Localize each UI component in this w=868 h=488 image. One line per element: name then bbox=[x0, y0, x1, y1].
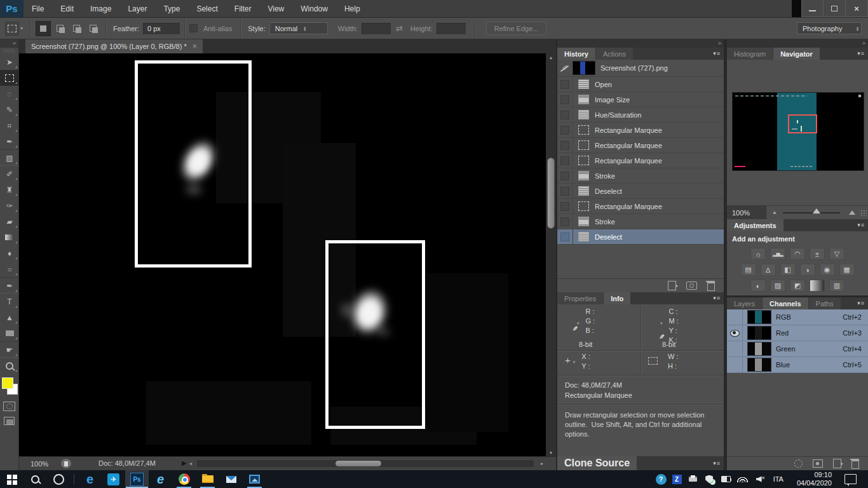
scroll-down-arrow[interactable]: ▼ bbox=[546, 449, 556, 456]
history-source-checkbox[interactable] bbox=[560, 156, 569, 165]
width-input[interactable] bbox=[362, 23, 391, 34]
save-selection-icon[interactable] bbox=[813, 459, 823, 468]
printer[interactable] bbox=[688, 474, 698, 485]
menubar-item[interactable]: Image bbox=[82, 0, 119, 17]
blur-tool[interactable]: ♦ bbox=[0, 245, 19, 261]
history-item[interactable]: Rectangular Marquee bbox=[557, 153, 724, 168]
scroll-up-arrow[interactable]: ▲ bbox=[546, 53, 556, 61]
posterize[interactable] bbox=[770, 280, 785, 292]
panel-menu-icon[interactable]: ▾≡ bbox=[857, 300, 865, 306]
history-source-checkbox[interactable] bbox=[560, 126, 569, 135]
history-item[interactable]: Rectangular Marquee bbox=[557, 138, 724, 153]
crop-tool[interactable]: ⌗ bbox=[0, 118, 19, 133]
language-indicator[interactable]: ITA bbox=[770, 475, 787, 483]
close-button[interactable]: × bbox=[846, 0, 868, 17]
battery[interactable] bbox=[721, 474, 731, 485]
type-tool[interactable]: T bbox=[0, 294, 19, 309]
zonealarm[interactable] bbox=[672, 475, 682, 484]
eyedropper-icon[interactable]: ✒ bbox=[639, 313, 668, 342]
photos[interactable] bbox=[243, 470, 266, 488]
menubar-item[interactable]: Select bbox=[188, 0, 226, 17]
move-tool[interactable]: ➤ bbox=[0, 54, 19, 70]
rectangular-marquee-tool[interactable] bbox=[0, 70, 19, 86]
history-source-checkbox[interactable] bbox=[560, 95, 569, 104]
vibrance[interactable] bbox=[829, 248, 844, 260]
toolbar-collapse-chevrons[interactable]: » bbox=[0, 39, 18, 48]
tab-layers[interactable]: Layers bbox=[727, 297, 762, 309]
menubar-item[interactable]: Layer bbox=[119, 0, 155, 17]
channel-row[interactable]: RGB Ctrl+2 bbox=[727, 309, 868, 325]
spot-healing-brush-tool[interactable]: ▧ bbox=[0, 149, 19, 166]
brush-tool[interactable]: ✐ bbox=[0, 166, 19, 182]
navigator-view-box[interactable] bbox=[788, 114, 817, 133]
channel-row[interactable]: Red Ctrl+3 bbox=[727, 325, 868, 341]
scroll-right-arrow[interactable]: ▸ bbox=[541, 461, 543, 466]
history-source-checkbox[interactable] bbox=[560, 172, 569, 180]
panel-menu-icon[interactable]: ▾≡ bbox=[857, 50, 865, 57]
invert[interactable] bbox=[750, 280, 766, 292]
history-item[interactable]: Hue/Saturation bbox=[557, 107, 724, 123]
start[interactable] bbox=[0, 470, 24, 488]
add-to-selection-button[interactable] bbox=[52, 21, 67, 36]
zoom-out-icon[interactable] bbox=[773, 211, 776, 214]
curves[interactable] bbox=[790, 248, 805, 260]
photo-filter[interactable] bbox=[800, 264, 815, 276]
swap-width-height-icon[interactable]: ⇄ bbox=[396, 24, 403, 33]
history-snapshot-row[interactable]: ✐ Screenshot (727).png bbox=[557, 60, 724, 77]
rectangle-tool[interactable] bbox=[0, 325, 19, 341]
exposure[interactable] bbox=[810, 248, 825, 260]
screen-mode-button[interactable] bbox=[4, 417, 15, 425]
history-source-checkbox[interactable] bbox=[560, 187, 569, 196]
black-white[interactable] bbox=[780, 264, 796, 276]
crosshair-icon[interactable]: + bbox=[565, 355, 571, 371]
menubar-item[interactable]: Type bbox=[155, 0, 188, 17]
minimize-button[interactable] bbox=[801, 0, 824, 17]
clone-stamp-tool[interactable]: ♜ bbox=[0, 182, 19, 198]
channel-row[interactable]: Green Ctrl+4 bbox=[727, 341, 868, 357]
canvas[interactable] bbox=[19, 53, 546, 456]
delete-channel-icon[interactable] bbox=[851, 460, 859, 469]
intersect-selection-button[interactable] bbox=[85, 21, 100, 36]
feather-input[interactable]: 0 px bbox=[143, 23, 180, 34]
tab-actions[interactable]: Actions bbox=[596, 48, 633, 60]
tab-channels[interactable]: Channels bbox=[763, 297, 808, 309]
new-selection-button[interactable] bbox=[36, 21, 51, 36]
zoom-tool[interactable] bbox=[0, 358, 19, 374]
search[interactable] bbox=[24, 470, 47, 488]
menubar-item[interactable]: File bbox=[24, 0, 52, 17]
new-channel-icon[interactable] bbox=[833, 459, 841, 468]
mail[interactable] bbox=[219, 470, 243, 488]
menubar-item[interactable]: Filter bbox=[226, 0, 260, 17]
zoom-in-icon[interactable] bbox=[849, 210, 855, 215]
tab-navigator[interactable]: Navigator bbox=[773, 48, 820, 60]
internet-explorer[interactable] bbox=[149, 470, 172, 488]
history-item[interactable]: Rectangular Marquee bbox=[557, 123, 724, 138]
subtract-from-selection-button[interactable] bbox=[69, 21, 84, 36]
history-source-checkbox[interactable] bbox=[560, 217, 569, 226]
history-source-checkbox[interactable] bbox=[560, 111, 569, 119]
tab-history[interactable]: History bbox=[557, 48, 595, 60]
load-selection-icon[interactable] bbox=[794, 459, 803, 468]
visibility-toggle[interactable] bbox=[727, 341, 743, 356]
clock[interactable]: 09:10 04/04/2020 bbox=[792, 471, 836, 487]
file-explorer[interactable] bbox=[196, 470, 219, 488]
document-tab[interactable]: Screenshot (727).png @ 100% (Layer 0, RG… bbox=[25, 39, 203, 53]
eraser-tool[interactable]: ▰ bbox=[0, 214, 19, 229]
height-input[interactable] bbox=[437, 23, 466, 34]
hue-saturation[interactable] bbox=[741, 264, 756, 276]
hand-tool[interactable]: ☛ bbox=[0, 341, 19, 358]
channel-row[interactable]: Blue Ctrl+5 bbox=[727, 357, 868, 373]
document-close-icon[interactable]: × bbox=[193, 42, 197, 51]
photoshop[interactable] bbox=[125, 470, 149, 488]
menubar-item[interactable]: Window bbox=[292, 0, 336, 17]
new-document-from-state-icon[interactable] bbox=[668, 281, 676, 290]
history-source-checkbox[interactable] bbox=[560, 80, 569, 89]
color-lookup[interactable] bbox=[839, 264, 855, 276]
panel-menu-icon[interactable]: ▾≡ bbox=[713, 460, 721, 466]
quick-selection-tool[interactable]: ✎ bbox=[0, 102, 19, 118]
threshold[interactable] bbox=[790, 280, 805, 292]
visibility-toggle[interactable] bbox=[727, 309, 743, 325]
quick-mask-button[interactable] bbox=[3, 402, 15, 411]
levels[interactable] bbox=[770, 248, 785, 260]
teal-app[interactable] bbox=[102, 470, 125, 488]
